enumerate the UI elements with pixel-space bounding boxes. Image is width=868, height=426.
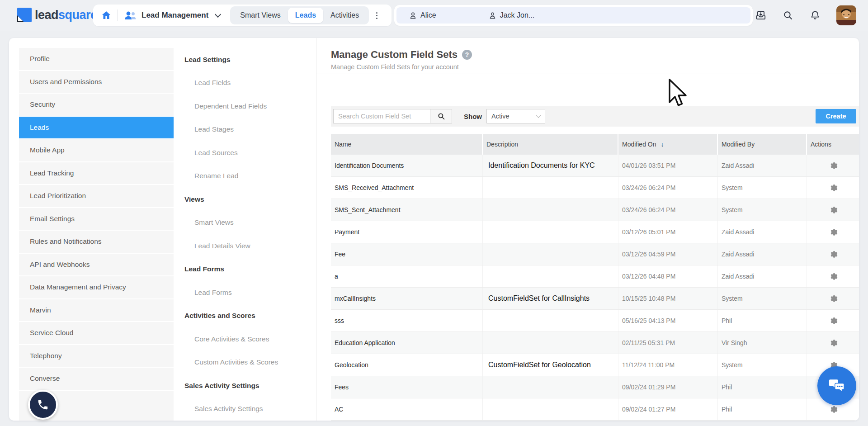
row-actions-gear-button[interactable] xyxy=(829,405,838,414)
sidebar-item[interactable]: Telephony xyxy=(19,345,174,368)
search-submit-button[interactable] xyxy=(430,109,452,123)
row-actions-gear-button[interactable] xyxy=(829,250,838,259)
sidebar-item[interactable]: Service Cloud xyxy=(19,322,174,345)
menu-entry[interactable]: Views xyxy=(174,188,316,211)
column-header-name[interactable]: Name xyxy=(331,134,482,155)
home-button[interactable] xyxy=(99,9,113,22)
global-search-bar[interactable]: Alice Jack Jon... xyxy=(394,5,753,26)
sidebar-item[interactable]: Data Management and Privacy xyxy=(19,276,174,299)
chevron-down-icon xyxy=(215,11,221,18)
cell-description: CustomFieldSet for Geolocation xyxy=(483,354,618,376)
status-filter-select[interactable]: Active xyxy=(486,109,545,123)
row-actions-gear-button[interactable] xyxy=(829,184,838,192)
row-actions-gear-button[interactable] xyxy=(829,161,838,170)
menu-entry[interactable]: Rename Lead xyxy=(174,165,316,188)
cell-modified-on: 05/16/25 04:13 PM xyxy=(618,310,718,331)
cell-modified-on: 03/24/26 06:24 PM xyxy=(618,199,718,221)
menu-entry[interactable]: Lead Fields xyxy=(174,71,316,95)
cell-modified-by: System xyxy=(718,177,807,199)
table-toolbar: Show Active Create xyxy=(331,106,859,127)
page-subtitle: Manage Custom Field Sets for your accoun… xyxy=(331,63,459,71)
row-actions-gear-button[interactable] xyxy=(829,339,838,347)
search-input[interactable] xyxy=(333,109,430,123)
column-header-modified-by[interactable]: Modified By xyxy=(718,134,806,155)
column-header-modified-on[interactable]: Modified On ↓ xyxy=(618,134,717,155)
sidebar-item[interactable]: Security xyxy=(19,94,174,117)
sidebar-item[interactable]: Lead Prioritization xyxy=(19,185,174,208)
column-header-description[interactable]: Description xyxy=(483,134,618,155)
cell-actions xyxy=(807,221,859,243)
menu-entry[interactable]: Activities and Scores xyxy=(174,304,316,328)
chat-fab[interactable] xyxy=(817,366,856,405)
table-row: mxCallInsights CustomFieldSet for CallIn… xyxy=(331,288,859,310)
nav-tab[interactable]: Smart Views xyxy=(233,6,288,24)
search-button-top[interactable] xyxy=(782,9,794,21)
menu-entry[interactable]: Lead Forms xyxy=(174,281,316,304)
cell-description: CustomFieldSet for CallInsights xyxy=(483,288,618,309)
row-actions-gear-button[interactable] xyxy=(829,317,838,325)
recent-lead-chip[interactable]: Alice xyxy=(409,11,436,19)
nav-tab[interactable]: Activities xyxy=(323,6,366,24)
gear-icon xyxy=(829,272,838,281)
custom-field-sets-table: Name Description Modified On ↓ Modified … xyxy=(331,134,859,421)
gear-icon xyxy=(829,294,838,303)
menu-entry[interactable]: Dependent Lead Fields xyxy=(174,95,316,118)
menu-entry[interactable]: Smart Views xyxy=(174,211,316,235)
show-label: Show xyxy=(464,113,482,120)
gear-icon xyxy=(829,339,838,347)
cell-modified-on: 09/02/24 01:29 PM xyxy=(618,376,718,398)
search-icon xyxy=(783,10,793,21)
cell-description xyxy=(483,199,618,221)
cell-description xyxy=(483,332,618,354)
nav-tab[interactable]: Leads xyxy=(288,8,323,23)
sidebar-item[interactable]: Email Settings xyxy=(19,208,174,231)
row-actions-gear-button[interactable] xyxy=(829,206,838,214)
topbar: leadsquared Lead Management Smart ViewsL… xyxy=(0,0,868,31)
menu-entry[interactable]: Core Activities & Scores xyxy=(174,327,316,351)
sort-desc-icon[interactable]: ↓ xyxy=(660,141,664,148)
person-icon xyxy=(489,12,496,19)
sidebar-item[interactable]: Mobile App xyxy=(19,139,174,162)
sidebar-item[interactable]: Converse xyxy=(19,368,174,391)
table-body: Identification Documents Identification … xyxy=(331,155,859,421)
notifications-button[interactable] xyxy=(809,9,821,21)
lead-settings-menu: Lead SettingsLead FieldsDependent Lead F… xyxy=(174,38,316,421)
workspace-switcher[interactable]: Lead Management xyxy=(123,10,220,20)
cell-description xyxy=(483,398,618,420)
table-header: Name Description Modified On ↓ Modified … xyxy=(331,134,859,155)
cell-name: Fee xyxy=(331,243,483,265)
create-button[interactable]: Create xyxy=(816,109,856,123)
cell-actions xyxy=(807,288,859,309)
avatar[interactable] xyxy=(836,5,856,25)
menu-entry[interactable]: Lead Sources xyxy=(174,141,316,165)
sidebar-item[interactable]: Marvin xyxy=(19,299,174,322)
import-button[interactable] xyxy=(755,9,767,21)
leadsquared-logo[interactable]: leadsquared xyxy=(17,8,104,22)
menu-entry[interactable]: Lead Stages xyxy=(174,118,316,142)
cell-modified-by: Phil xyxy=(718,310,807,331)
gear-icon xyxy=(829,184,838,192)
sidebar-item[interactable]: Leads xyxy=(19,117,174,140)
help-icon[interactable]: ? xyxy=(462,50,472,60)
row-actions-gear-button[interactable] xyxy=(829,272,838,281)
menu-entry[interactable]: Lead Details View xyxy=(174,234,316,258)
sidebar-item[interactable]: Users and Permissions xyxy=(19,71,174,94)
recent-leads-strip: Alice Jack Jon... xyxy=(396,7,750,24)
sidebar-item[interactable]: Profile xyxy=(19,48,174,71)
recent-lead-chip[interactable]: Jack Jon... xyxy=(489,11,534,19)
sidebar-item[interactable]: Lead Tracking xyxy=(19,162,174,185)
row-actions-gear-button[interactable] xyxy=(829,294,838,303)
sidebar-item[interactable]: API and Webhooks xyxy=(19,254,174,277)
menu-entry[interactable]: Custom Activities & Scores xyxy=(174,351,316,374)
menu-entry[interactable]: Sales Activity Settings xyxy=(174,374,316,398)
phone-fab[interactable] xyxy=(28,390,58,420)
more-options-button[interactable] xyxy=(372,12,382,19)
menu-entry[interactable]: Lead Forms xyxy=(174,258,316,281)
page-title: Manage Custom Field Sets xyxy=(331,49,458,61)
row-actions-gear-button[interactable] xyxy=(829,228,838,237)
menu-entry[interactable]: Lead Settings xyxy=(174,48,316,71)
menu-entry[interactable]: Sales Activity Settings xyxy=(174,398,316,421)
cell-modified-by: Phil xyxy=(718,376,807,398)
cell-description xyxy=(483,177,618,199)
sidebar-item[interactable]: Rules and Notifications xyxy=(19,231,174,254)
